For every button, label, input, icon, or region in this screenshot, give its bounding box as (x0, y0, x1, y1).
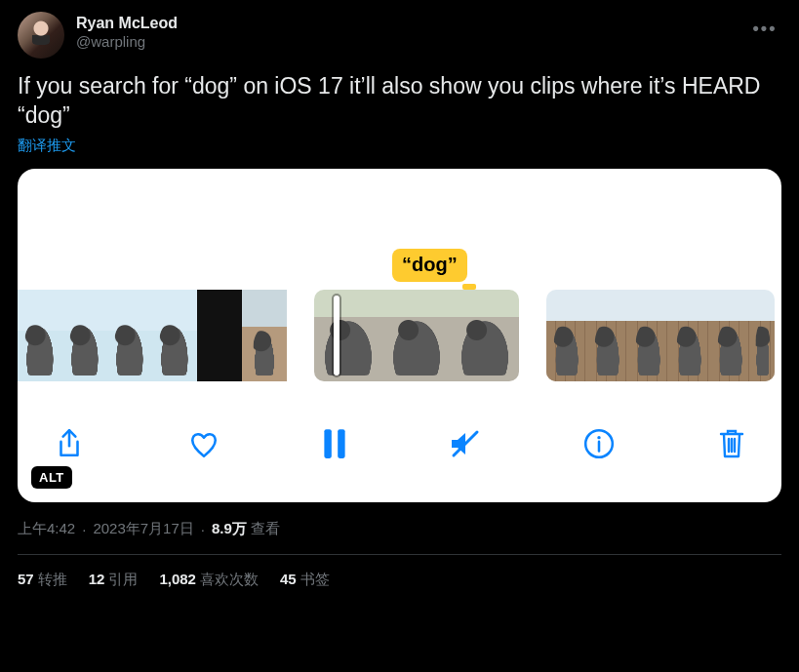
display-name: Ryan McLeod (76, 14, 178, 33)
meta-separator: · (198, 521, 208, 537)
clip-thumb[interactable] (314, 290, 382, 381)
clip-group-a[interactable] (18, 290, 287, 381)
svg-rect-1 (338, 429, 344, 458)
stat-quotes[interactable]: 12引用 (89, 571, 139, 589)
clip-timeline[interactable] (18, 290, 781, 381)
volume-muted-icon (448, 427, 481, 460)
tweet-time[interactable]: 上午4:42 (18, 520, 75, 538)
share-icon (53, 427, 86, 460)
share-button[interactable] (53, 427, 86, 460)
avatar[interactable] (18, 12, 64, 59)
clip-thumb[interactable] (197, 290, 242, 381)
clip-thumb[interactable] (546, 290, 587, 381)
clip-thumb[interactable] (152, 290, 197, 381)
clip-thumb[interactable] (62, 290, 107, 381)
tweet-text: If you search for “dog” on iOS 17 it’ll … (18, 72, 781, 131)
playhead-marker (462, 284, 476, 290)
clip-thumb[interactable] (107, 290, 152, 381)
clip-thumb[interactable] (587, 290, 628, 381)
media-card[interactable]: “dog” (18, 169, 781, 502)
info-icon (582, 427, 616, 460)
tweet-header: Ryan McLeod @warpling ••• (18, 12, 781, 59)
media-top-area: “dog” (18, 169, 781, 290)
stat-likes[interactable]: 1,082喜欢次数 (159, 571, 259, 589)
transcript-caption-tag: “dog” (392, 249, 467, 282)
svg-point-4 (597, 436, 600, 439)
divider (18, 554, 781, 555)
clip-thumb[interactable] (451, 290, 519, 381)
clip-thumb[interactable] (669, 290, 710, 381)
tweet-meta: 上午4:42 · 2023年7月17日 · 8.9万 查看 (18, 520, 781, 538)
clip-group-b[interactable] (314, 290, 519, 381)
tweet-views[interactable]: 8.9万 查看 (212, 520, 280, 538)
more-button[interactable]: ••• (748, 12, 781, 45)
stat-bookmarks[interactable]: 45书签 (280, 571, 330, 589)
scrubber-handle[interactable] (334, 296, 340, 376)
stat-retweets[interactable]: 57转推 (18, 571, 67, 589)
pause-icon (322, 427, 347, 460)
heart-icon (187, 427, 220, 460)
clip-thumb[interactable] (710, 290, 751, 381)
delete-button[interactable] (717, 427, 746, 460)
author-names[interactable]: Ryan McLeod @warpling (76, 12, 178, 52)
info-button[interactable] (582, 427, 616, 460)
clip-thumb[interactable] (382, 290, 451, 381)
clip-thumb[interactable] (751, 290, 775, 381)
handle: @warpling (76, 33, 178, 52)
more-icon: ••• (753, 19, 778, 39)
pause-button[interactable] (322, 427, 347, 460)
tweet-date[interactable]: 2023年7月17日 (93, 520, 193, 538)
clip-thumb[interactable] (18, 290, 62, 381)
clip-thumb[interactable] (242, 290, 287, 381)
svg-rect-0 (324, 429, 331, 458)
clip-group-c[interactable] (546, 290, 775, 381)
meta-separator: · (79, 521, 89, 537)
mute-button[interactable] (448, 427, 481, 460)
tweet-stats: 57转推 12引用 1,082喜欢次数 45书签 (18, 571, 781, 589)
clip-thumb[interactable] (628, 290, 669, 381)
trash-icon (717, 427, 746, 460)
media-controls (18, 401, 781, 487)
like-button[interactable] (187, 427, 220, 460)
translate-link[interactable]: 翻译推文 (18, 137, 76, 155)
alt-badge[interactable]: ALT (31, 466, 72, 489)
